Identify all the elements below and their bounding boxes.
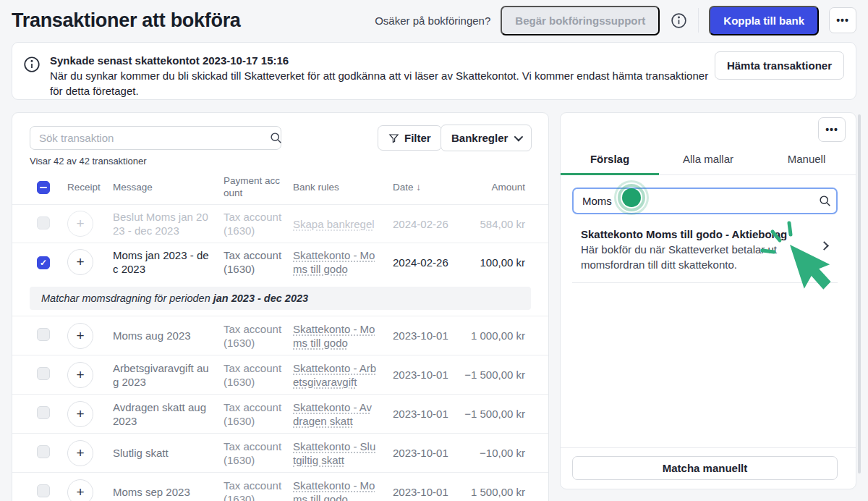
bank-rule-link[interactable]: Skattekonto - Slutgiltig skatt [293,439,377,467]
matching-panel: ••• Förslag Alla mallar Manuell Skatteko… [560,112,856,489]
row-checkbox[interactable] [37,367,50,380]
add-receipt-button[interactable]: + [67,401,93,427]
page: Transaktioner att bokföra Osäker på bokf… [0,0,868,501]
column-date[interactable]: Date ↓ [393,182,455,193]
message-cell: Beslut Moms jan 2023 - dec 2023 [113,210,210,237]
tab-manuell[interactable]: Manuell [757,143,856,174]
panel-more-button[interactable]: ••• [818,117,846,142]
table-row[interactable]: + Moms sep 2023 Tax account (1630) Skatt… [12,472,548,501]
connect-bank-button[interactable]: Koppla till bank [709,6,819,35]
tab-forslag[interactable]: Förslag [561,143,659,174]
bank-rule-link[interactable]: Skapa bankregel [293,217,377,231]
payment-account-cell: Tax account (1630) [224,248,284,276]
date-cell: 2024-02-26 [393,218,455,230]
row-checkbox[interactable] [37,406,50,419]
suggestion-item[interactable]: Skattekonto Moms till godo - Aktiebolag … [572,218,838,283]
banner-text: Synkade senast skattekontot 2023-10-17 1… [50,53,723,90]
add-receipt-button[interactable]: + [67,362,93,388]
payment-account-cell: Tax account (1630) [224,439,284,467]
add-receipt-button[interactable]: + [67,479,93,501]
scrollbar[interactable] [858,114,861,473]
panel-tabs: Förslag Alla mallar Manuell [561,143,856,175]
transactions-toolbar: Filter Bankregler Visar 42 av 42 transak… [12,113,548,169]
date-cell: 2023-10-01 [393,369,455,381]
payment-account-cell: Tax account (1630) [224,322,284,350]
table-row[interactable]: + Beslut Moms jan 2023 - dec 2023 Tax ac… [12,204,548,243]
amount-cell: 100,00 kr [455,256,548,269]
payment-account-cell: Tax account (1630) [224,479,284,501]
date-cell: 2023-10-01 [393,329,455,342]
select-all-checkbox[interactable] [37,181,50,194]
table-row[interactable]: + Slutlig skatt Tax account (1630) Skatt… [12,433,548,472]
bank-rule-link[interactable]: Skattekonto - Avdragen skatt [293,400,377,428]
row-checkbox[interactable] [37,216,50,230]
date-cell: 2024-02-26 [393,256,455,269]
date-cell: 2023-10-01 [393,486,455,498]
table-row[interactable]: + Moms aug 2023 Tax account (1630) Skatt… [12,316,548,355]
match-manually-button[interactable]: Matcha manuellt [572,456,838,480]
panel-footer-divider [561,447,856,448]
chevron-down-icon [514,132,524,142]
payment-account-cell: Tax account (1630) [224,361,284,389]
column-receipt: Receipt [67,182,103,193]
row-checkbox[interactable] [37,445,50,458]
table-header: Receipt Message Payment account Bank rul… [12,169,548,204]
match-note: Matchar momsdragning för perioden jan 20… [30,287,531,310]
row-checkbox[interactable] [37,484,50,497]
message-cell: Slutlig skatt [113,446,210,460]
transactions-panel: Filter Bankregler Visar 42 av 42 transak… [12,112,549,501]
tab-alla-mallar[interactable]: Alla mallar [659,143,757,174]
message-cell: Moms aug 2023 [113,329,210,342]
bankrules-button[interactable]: Bankregler [441,125,532,151]
header-divider [698,8,699,33]
column-amount: Amount [455,182,548,193]
bank-rule-link[interactable]: Skattekonto - Moms till godo [293,479,377,501]
amount-cell: 1 000,00 kr [455,329,548,342]
table-row[interactable]: ✓ + Moms jan 2023 - dec 2023 Tax account… [12,243,548,281]
column-message: Message [113,182,210,193]
sync-banner: Synkade senast skattekontot 2023-10-17 1… [12,42,856,100]
table-row[interactable]: + Arbetsgivaravgift aug 2023 Tax account… [12,355,548,394]
add-receipt-button[interactable]: + [67,249,93,275]
transactions-count: Visar 42 av 42 transaktioner [30,156,147,167]
payment-account-cell: Tax account (1630) [224,400,284,428]
bank-rule-link[interactable]: Skattekonto - Moms till godo [293,322,377,350]
column-payment-account: Payment account [224,174,284,199]
banner-title: Synkade senast skattekontot 2023-10-17 1… [50,53,723,68]
add-receipt-button[interactable]: + [67,323,93,349]
date-cell: 2023-10-01 [393,447,455,459]
suggestion-description: Här bokför du när Skatteverket betalar u… [581,242,816,272]
payment-account-cell: Tax account (1630) [224,210,284,237]
template-search-input[interactable] [572,188,838,214]
bank-rule-link[interactable]: Skattekonto - Moms till godo [293,248,377,276]
add-receipt-button[interactable]: + [67,440,93,466]
amount-cell: 1 500,00 kr [455,486,548,498]
amount-cell: 584,00 kr [455,218,548,230]
column-bank-rules: Bank rules [293,182,377,193]
message-cell: Arbetsgivaravgift aug 2023 [113,361,210,389]
header-actions: Osäker på bokföringen? Begär bokföringss… [375,6,856,35]
row-checkbox[interactable]: ✓ [37,256,50,269]
search-input[interactable] [30,126,281,150]
filter-icon [388,132,399,143]
top-header: Transaktioner att bokföra Osäker på bokf… [12,0,856,41]
search-icon [270,132,282,144]
message-cell: Moms sep 2023 [113,485,210,499]
header-more-button[interactable]: ••• [829,7,856,33]
filter-button[interactable]: Filter [378,125,442,151]
add-receipt-button[interactable]: + [67,211,93,237]
message-cell: Moms jan 2023 - dec 2023 [113,248,210,276]
bank-rule-link[interactable]: Skattekonto - Arbetsgivaravgift [293,361,377,389]
amount-cell: −10,00 kr [455,447,548,459]
amount-cell: −1 500,00 kr [455,408,548,420]
row-checkbox[interactable] [37,328,50,341]
info-icon[interactable] [670,12,688,30]
table-row[interactable]: + Avdragen skatt aug 2023 Tax account (1… [12,394,548,433]
chevron-right-icon [820,241,829,250]
suggestion-title: Skattekonto Moms till godo - Aktiebolag [581,227,816,242]
help-text: Osäker på bokföringen? [375,14,490,27]
info-icon [22,55,41,74]
fetch-transactions-button[interactable]: Hämta transaktioner [715,51,844,80]
request-support-button[interactable]: Begär bokföringssupport [501,6,660,35]
amount-cell: −1 500,00 kr [455,369,548,381]
